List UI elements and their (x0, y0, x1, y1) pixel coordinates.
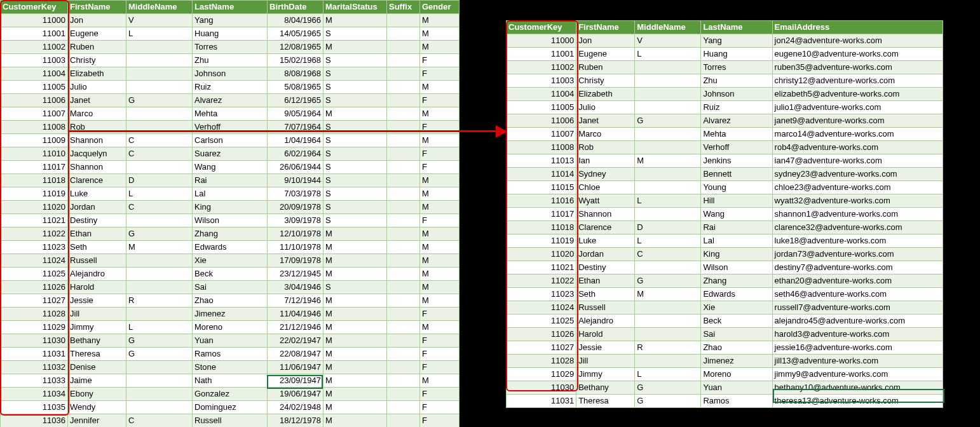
cell[interactable] (387, 321, 420, 334)
cell[interactable]: S (323, 174, 387, 187)
cell[interactable]: G (635, 381, 701, 395)
cell[interactable]: 11028 (507, 355, 576, 368)
cell[interactable]: R (635, 341, 701, 355)
cell[interactable]: Eugene (576, 48, 635, 61)
cell[interactable]: Mehta (193, 107, 268, 121)
table-row[interactable]: 11020JordanCKing20/09/1978SM (1, 201, 459, 214)
table-row[interactable]: 11029JimmyLMoreno21/12/1946MM (1, 321, 459, 334)
cell[interactable]: G (126, 227, 193, 241)
cell[interactable]: 8/08/1968 (268, 67, 323, 81)
cell[interactable]: Moreno (193, 321, 268, 334)
cell[interactable] (387, 414, 420, 428)
cell[interactable]: jessie16@adventure-works.com (772, 341, 943, 355)
cell[interactable] (387, 174, 420, 187)
cell[interactable]: M (323, 321, 387, 334)
cell[interactable]: Lal (193, 187, 268, 201)
cell[interactable]: 9/05/1964 (268, 107, 323, 121)
cell[interactable] (635, 61, 701, 74)
cell[interactable] (635, 141, 701, 154)
cell[interactable] (126, 361, 193, 374)
cell[interactable] (635, 208, 701, 221)
cell[interactable]: C (126, 134, 193, 147)
cell[interactable] (387, 374, 420, 388)
table-row[interactable]: 11028JillJimenezjill13@adventure-works.c… (507, 355, 943, 368)
cell[interactable]: Theresa (576, 395, 635, 408)
column-header[interactable]: EmailAddress (772, 21, 943, 34)
cell[interactable]: destiny7@adventure-works.com (772, 261, 943, 274)
cell[interactable]: 11009 (1, 134, 68, 147)
cell[interactable]: M (420, 14, 459, 27)
cell[interactable]: 11005 (1, 81, 68, 94)
cell[interactable]: Verhoff (701, 141, 772, 154)
cell[interactable]: Chloe (576, 181, 635, 194)
cell[interactable]: ian47@adventure-works.com (772, 154, 943, 168)
cell[interactable]: 11020 (1, 201, 68, 214)
cell[interactable]: 11018 (507, 221, 576, 234)
cell[interactable]: 8/04/1966 (268, 14, 323, 27)
cell[interactable]: Shannon (576, 208, 635, 221)
cell[interactable]: Luke (576, 234, 635, 248)
cell[interactable]: jimmy9@adventure-works.com (772, 368, 943, 381)
table-row[interactable]: 11014SydneyBennettsydney23@adventure-wor… (507, 168, 943, 181)
cell[interactable]: Clarence (68, 174, 126, 187)
cell[interactable]: 11008 (507, 141, 576, 154)
cell[interactable]: Ruiz (193, 81, 268, 94)
table-row[interactable]: 11000JonVYangjon24@adventure-works.com (507, 34, 943, 48)
cell[interactable]: C (126, 147, 193, 161)
cell[interactable]: 11001 (507, 48, 576, 61)
cell[interactable]: Zhao (701, 341, 772, 355)
cell[interactable]: Rai (193, 174, 268, 187)
cell[interactable]: Ruiz (701, 101, 772, 114)
cell[interactable]: Zhang (701, 274, 772, 288)
cell[interactable]: 11002 (1, 41, 68, 54)
cell[interactable]: Jimenez (193, 308, 268, 321)
cell[interactable]: marco14@adventure-works.com (772, 128, 943, 141)
cell[interactable] (387, 294, 420, 308)
cell[interactable]: theresa13@adventure-works.com (772, 395, 943, 408)
cell[interactable]: Destiny (576, 261, 635, 274)
cell[interactable]: Christy (68, 54, 126, 67)
cell[interactable]: Destiny (68, 214, 126, 227)
table-row[interactable]: 11001EugeneLHuang14/05/1965SM (1, 27, 459, 41)
cell[interactable]: M (323, 361, 387, 374)
cell[interactable]: 3/04/1946 (268, 281, 323, 294)
table-row[interactable]: 11032DeniseStone11/06/1947MF (1, 361, 459, 374)
cell[interactable]: Elizabeth (68, 67, 126, 81)
cell[interactable]: 7/12/1946 (268, 294, 323, 308)
cell[interactable]: M (420, 27, 459, 41)
cell[interactable]: Beck (701, 315, 772, 328)
cell[interactable]: M (420, 107, 459, 121)
cell[interactable]: bethany10@adventure-works.com (772, 381, 943, 395)
cell[interactable]: 11002 (507, 61, 576, 74)
cell[interactable]: Ramos (193, 348, 268, 361)
cell[interactable]: Jill (576, 355, 635, 368)
cell[interactable]: 11017 (507, 208, 576, 221)
cell[interactable]: Hill (701, 194, 772, 208)
table-row[interactable]: 11007MarcoMehta9/05/1964MM (1, 107, 459, 121)
cell[interactable] (387, 361, 420, 374)
table-row[interactable]: 11025AlejandroBeckalejandro45@adventure-… (507, 315, 943, 328)
cell[interactable] (387, 94, 420, 107)
cell[interactable]: Xie (701, 301, 772, 315)
cell[interactable]: 11/10/1978 (268, 241, 323, 254)
cell[interactable]: 11025 (507, 315, 576, 328)
cell[interactable]: Julio (68, 81, 126, 94)
cell[interactable]: M (323, 374, 387, 388)
cell[interactable]: M (323, 388, 387, 401)
cell[interactable]: Seth (576, 288, 635, 301)
cell[interactable]: Wilson (193, 214, 268, 227)
table-row[interactable]: 11036JenniferCRussell18/12/1978MF (1, 414, 459, 428)
cell[interactable] (126, 81, 193, 94)
table-row[interactable]: 11002RubenTorresruben35@adventure-works.… (507, 61, 943, 74)
cell[interactable]: Zhao (193, 294, 268, 308)
cell[interactable]: M (420, 281, 459, 294)
cell[interactable]: Ruben (68, 41, 126, 54)
cell[interactable]: Jimenez (701, 355, 772, 368)
table-row[interactable]: 11016WyattLHillwyatt32@adventure-works.c… (507, 194, 943, 208)
cell[interactable]: 11020 (507, 248, 576, 261)
cell[interactable]: Harold (576, 328, 635, 341)
cell[interactable]: 12/08/1965 (268, 41, 323, 54)
cell[interactable]: 11030 (507, 381, 576, 395)
cell[interactable]: 11017 (1, 161, 68, 174)
table-row[interactable]: 11005JulioRuizjulio1@adventure-works.com (507, 101, 943, 114)
